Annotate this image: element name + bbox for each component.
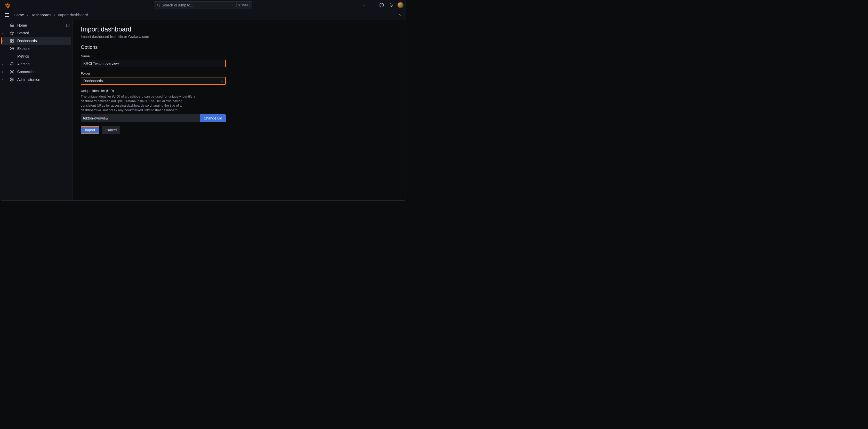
page-title: Import dashboard (81, 26, 397, 33)
svg-rect-19 (12, 41, 13, 42)
sidebar-item-label: Dashboards (17, 39, 37, 43)
svg-line-29 (12, 71, 13, 71)
sidebar-item-label: Metrics (17, 54, 29, 58)
search-icon (157, 3, 160, 7)
options-heading: Options (81, 44, 397, 50)
sidebar: Home › Starred › Dashboards ⌄ Explore Me… (0, 20, 72, 200)
breadcrumb-current: Import dashboard (58, 13, 88, 17)
cancel-button[interactable]: Cancel (102, 126, 121, 134)
chevron-right-icon: › (1, 70, 4, 73)
svg-line-2 (159, 6, 160, 6)
name-input[interactable]: KRCI Tekton overview (81, 60, 226, 67)
breadcrumb-dashboards[interactable]: Dashboards (30, 13, 51, 17)
uid-description: The unique identifier (UID) of a dashboa… (81, 94, 197, 112)
topbar: Search or jump to... ⌘+k (0, 0, 406, 10)
svg-line-31 (12, 72, 13, 72)
chevron-down-icon (367, 4, 369, 6)
search-kbd-hint: ⌘+k (236, 3, 249, 7)
uid-input: tekton-overview (81, 114, 200, 122)
svg-marker-22 (11, 48, 13, 49)
search-placeholder: Search or jump to... (162, 3, 236, 7)
chevron-down-icon: ⌄ (221, 79, 223, 83)
sidebar-item-label: Explore (17, 47, 29, 51)
sidebar-item-dashboards[interactable]: › Dashboards (1, 37, 71, 45)
breadcrumb-sep: › (54, 13, 55, 17)
bell-icon (9, 62, 14, 66)
grafana-logo[interactable] (4, 2, 10, 8)
collapse-header-button[interactable] (397, 12, 403, 18)
avatar[interactable] (397, 2, 404, 8)
svg-line-30 (11, 72, 11, 72)
dashboard-icon (9, 39, 14, 43)
folder-label: Folder (81, 71, 226, 75)
sidebar-item-label: Starred (17, 31, 29, 35)
folder-select[interactable]: Dashboards ⌄ (81, 77, 226, 85)
svg-point-26 (13, 72, 13, 73)
svg-point-21 (10, 47, 13, 50)
sidebar-item-label: Administration (17, 78, 40, 82)
sidebar-item-administration[interactable]: › Administration (1, 75, 71, 83)
sidebar-item-label: Alerting (17, 62, 29, 66)
sidebar-item-connections[interactable]: › Connections (1, 68, 71, 75)
import-button[interactable]: Import (81, 126, 99, 134)
dock-toggle-icon[interactable] (66, 24, 70, 27)
svg-point-1 (157, 4, 159, 6)
sidebar-item-alerting[interactable]: › Alerting (1, 60, 71, 68)
chevron-up-icon (398, 13, 402, 17)
add-button[interactable] (361, 1, 370, 9)
sidebar-item-starred[interactable]: › Starred (1, 29, 71, 37)
uid-field: Unique identifier (UID) The unique ident… (81, 89, 226, 122)
uid-label: Unique identifier (UID) (81, 89, 226, 93)
name-field: Name KRCI Tekton overview (81, 54, 226, 67)
breadcrumbs: Home › Dashboards › Import dashboard (14, 13, 88, 17)
svg-marker-16 (10, 31, 13, 35)
sidebar-item-label: Connections (17, 70, 37, 74)
help-icon (379, 3, 384, 7)
svg-point-32 (11, 79, 12, 80)
chevron-down-icon: ⌄ (1, 47, 4, 50)
svg-rect-17 (10, 39, 11, 40)
sidebar-item-home[interactable]: Home (1, 22, 71, 29)
main-content: Import dashboard Import dashboard from f… (72, 20, 406, 200)
compass-icon (9, 47, 14, 51)
chevron-right-icon: › (1, 39, 4, 42)
chevron-right-icon: › (1, 78, 4, 81)
sidebar-item-metrics[interactable]: Metrics (1, 52, 71, 60)
keyboard-icon (238, 4, 241, 6)
breadcrumb-bar: Home › Dashboards › Import dashboard (0, 10, 406, 20)
change-uid-button[interactable]: Change uid (200, 114, 226, 122)
plus-icon (362, 3, 366, 7)
menu-toggle[interactable] (3, 11, 10, 19)
folder-field: Folder Dashboards ⌄ (81, 71, 226, 85)
sidebar-item-label: Home (17, 23, 27, 27)
svg-point-24 (13, 70, 13, 71)
page-subtitle: Import dashboard from file or Grafana.co… (81, 35, 397, 39)
svg-point-0 (7, 4, 8, 5)
sidebar-item-explore[interactable]: ⌄ Explore (1, 45, 71, 52)
breadcrumb-home[interactable]: Home (14, 13, 24, 17)
gear-icon (9, 78, 14, 82)
chevron-right-icon: › (1, 63, 4, 66)
svg-rect-3 (238, 4, 241, 6)
svg-rect-18 (12, 39, 13, 40)
chevron-right-icon: › (1, 32, 4, 35)
action-row: Import Cancel (81, 126, 397, 134)
help-button[interactable] (378, 1, 385, 9)
svg-point-13 (390, 6, 391, 7)
svg-point-27 (10, 70, 11, 71)
grafana-icon (5, 2, 10, 8)
star-icon (9, 31, 14, 35)
rss-icon (389, 3, 394, 7)
svg-line-28 (11, 71, 11, 71)
svg-point-25 (10, 72, 11, 73)
news-button[interactable] (388, 1, 395, 9)
search-input[interactable]: Search or jump to... ⌘+k (154, 1, 252, 9)
plug-icon (9, 70, 14, 74)
breadcrumb-sep: › (27, 13, 28, 17)
home-icon (9, 23, 14, 27)
svg-rect-14 (66, 24, 69, 27)
svg-rect-20 (10, 41, 11, 42)
name-label: Name (81, 54, 226, 58)
